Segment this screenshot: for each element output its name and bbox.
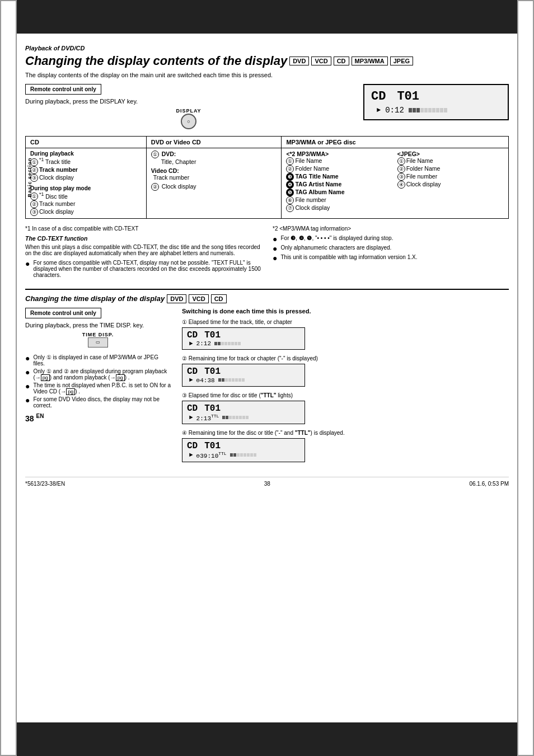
dvd-label: DVD: [162, 151, 176, 157]
time-bullet-3-text: The time is not displayed when P.B.C. is… [33, 382, 171, 395]
second-title-text: Changing the time display of the display [25, 294, 165, 303]
mini-time-3: 2:13TTL [196, 414, 219, 422]
mini-time-1: 2:12 [196, 340, 211, 347]
main-title: Changing the display contents of the dis… [25, 54, 509, 68]
jpeg-item-3: ③File number [397, 173, 504, 181]
dvd-item1: ① DVD: [151, 151, 277, 158]
vcd-label: Video CD: [151, 167, 179, 174]
time-disp-button[interactable]: ▭ [88, 337, 108, 348]
time-label-3: ③ Elapsed time for disc or title ("TTL" … [182, 392, 509, 398]
cd-stop-3: ③Clock display [30, 208, 142, 216]
footer-center: 38 [264, 481, 270, 487]
cd-track-num: Track number [39, 166, 78, 173]
mb4-6 [247, 453, 250, 457]
tag-dot-3: ● [273, 254, 277, 262]
mb1-4 [224, 342, 227, 345]
display-button[interactable]: ○ [181, 114, 196, 129]
subtitle: The display contents of the display on t… [25, 72, 509, 78]
time-item-1: ① Elapsed time for the track, title, or … [182, 319, 509, 350]
time-bullet-1: ● Only ① is displayed in case of MP3/WMA… [25, 354, 171, 367]
mb1-5 [228, 342, 231, 345]
mb4-7 [250, 453, 253, 457]
mb3-6 [239, 416, 242, 419]
mp3-tag3: TAG Album Name [295, 189, 344, 195]
cd-item-1: ①*1 Track title [30, 157, 142, 166]
cd-during-playback-label: During playback [30, 151, 142, 157]
top-section: Remote control unit only During playback… [25, 84, 509, 129]
mini-cd-4: CD [187, 441, 198, 451]
time-bullet-2: ● Only ① and ② are displayed during prog… [25, 368, 171, 381]
td-mp3: <*2 MP3/WMA> ①File Name ②Folder Name ❸TA… [282, 148, 509, 219]
mini-top-2: CD T01 [187, 367, 300, 377]
dvd-item2: ② Clock display [151, 183, 277, 191]
main-table-wrapper: Basic section CD DVD or Video CD MP3/WMA… [25, 136, 509, 219]
th-mp3: MP3/WMA or JPEG disc [282, 137, 509, 148]
jpeg-item-1: ①File Name [397, 157, 504, 165]
time-label-4: ④ Remaining time for the disc or title (… [182, 430, 509, 436]
cd-text-body: When this unit plays a disc compatible w… [25, 244, 261, 256]
badge-cd: CD [334, 57, 349, 65]
mini-play-2: ► [189, 377, 193, 383]
mp3-item-1: ①File Name [286, 157, 392, 165]
display-track-label: T01 [397, 90, 419, 104]
bar-5 [424, 108, 428, 112]
bar-3 [416, 108, 420, 112]
mini-top-3: CD T01 [187, 403, 300, 414]
cd-stop-1: ①*1 Disc title [30, 191, 142, 201]
mini-bottom-2: ► ⊖4:38 [187, 377, 300, 384]
mb3-2 [226, 416, 228, 419]
mb3-1 [222, 416, 225, 419]
mini-time-4: ⊖39:10TTL [196, 451, 227, 459]
time-dot-2: ● [25, 368, 30, 376]
mb2-4 [228, 378, 231, 382]
switching-title: Switching is done each time this is pres… [182, 308, 509, 314]
mp3-item-5: ❺TAG Album Name [286, 189, 392, 196]
footer-left: *5613/23-38/EN [25, 481, 65, 487]
mini-bar-3 [222, 416, 249, 419]
display-screen: CD T01 ► 0:12 [363, 84, 509, 120]
section-divider [25, 289, 509, 290]
mini-t01-4: T01 [204, 441, 221, 451]
bar-10 [444, 108, 447, 112]
cd-text-section: The CD-TEXT function When this unit play… [25, 235, 261, 278]
mini-display-4: CD T01 ► ⊖39:10TTL [182, 438, 305, 462]
mini-play-1: ► [189, 340, 193, 347]
time-item-2: ② Remaining time for track or chapter ("… [182, 355, 509, 387]
time-key-label: TIME DISP. [25, 332, 171, 337]
time-bullet-2-text: Only ① and ② are displayed during progra… [33, 368, 171, 381]
tag-bullet-1-text: For ❸, ❹, ❺, "• • • •" is displayed duri… [280, 235, 393, 241]
progress-bar [409, 108, 447, 112]
mini-bottom-4: ► ⊖39:10TTL [187, 451, 300, 459]
mp3-c6: ⑥ [286, 196, 294, 204]
tag-bullet-2-text: Only alphanumeric characters are display… [280, 245, 391, 251]
mb2-8 [242, 378, 245, 382]
tag-bullet-3-text: This unit is compatible with tag informa… [280, 254, 417, 260]
cd-item-2: ②Track number [30, 166, 142, 174]
mini-cd-1: CD [187, 330, 198, 340]
display-bottom-row: ► 0:12 [371, 106, 501, 115]
tag-dot-2: ● [273, 245, 277, 252]
second-section-title: Changing the time display of the display… [25, 294, 509, 303]
bar-1 [409, 108, 412, 112]
page-content: Playback of DVD/CD Changing the display … [25, 45, 509, 711]
cd-text-bullet: ● For some discs compatible with CD-TEXT… [25, 260, 261, 278]
td-dvd: ① DVD: Title, Chapter Video CD: Track nu… [146, 148, 282, 219]
cd-text-bullet-text: For some discs compatible with CD-TEXT, … [33, 260, 261, 278]
dvd-track-num: Track number [151, 174, 277, 181]
left-border [0, 0, 17, 756]
dvd-circle-1: ① [151, 151, 159, 158]
badge-vcd: VCD [311, 57, 331, 65]
top-right: CD T01 ► 0:12 [363, 84, 509, 129]
mb3-3 [229, 416, 232, 419]
mini-t01-1: T01 [204, 330, 221, 340]
jpeg-item-4: ④Clock display [397, 181, 504, 189]
mini-bar-1 [214, 342, 241, 345]
mb4-8 [254, 453, 256, 457]
time-button-shape: ▭ [96, 340, 100, 345]
mp3-header: <*2 MP3/WMA> [286, 151, 392, 157]
mb4-3 [237, 453, 240, 457]
mb4-1 [230, 453, 233, 457]
dvd-title-chapter: Title, Chapter [151, 158, 277, 165]
bullet-dot-1: ● [25, 260, 30, 267]
time-dot-1: ● [25, 354, 30, 362]
